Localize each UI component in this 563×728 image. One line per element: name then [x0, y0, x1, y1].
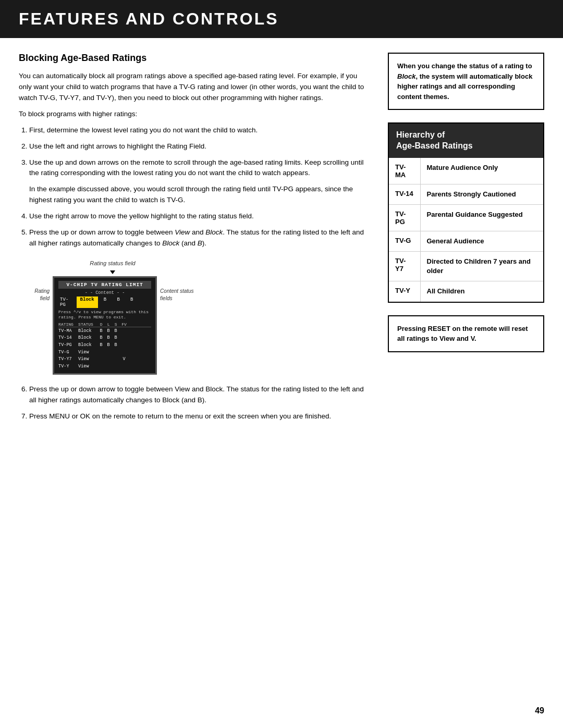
section-title: Blocking Age-Based Ratings	[19, 53, 371, 64]
tv-table-header: RATING STATUS D L S FV	[58, 322, 151, 327]
col-header-d: D	[98, 322, 104, 327]
reset-box: Pressing RESET on the remote will reset …	[388, 315, 544, 352]
tv-highlight-rating: TV-PG	[58, 297, 75, 308]
steps-list-3: Press the up or down arrow to toggle bet…	[29, 384, 371, 422]
left-column: Blocking Age-Based Ratings You can autom…	[19, 53, 388, 427]
hierarchy-desc-tvy: All Children	[420, 281, 543, 302]
hierarchy-title-line1: Hierarchy of	[396, 130, 445, 139]
hierarchy-row-tvy7: TV-Y7 Directed to Children 7 years and o…	[389, 251, 543, 281]
info-box-text: When you change the status of a rating t…	[397, 61, 535, 102]
tv-highlight-s: B	[126, 297, 138, 308]
hierarchy-desc-tvma: Mature Audience Only	[420, 158, 543, 184]
rating-status-arrow: Rating status field	[29, 258, 196, 267]
hierarchy-box: Hierarchy of Age-Based Ratings TV-MA Mat…	[388, 122, 544, 303]
right-column: When you change the status of a rating t…	[388, 53, 544, 427]
col-header-l: L	[105, 322, 112, 327]
page-title: FEATURES AND CONTROLS	[19, 9, 544, 29]
hierarchy-code-tvma: TV-MA	[389, 158, 420, 184]
main-content: Blocking Age-Based Ratings You can autom…	[0, 53, 563, 427]
page-header: FEATURES AND CONTROLS	[0, 0, 563, 38]
tv-screen: V-CHIP TV RATING LIMIT - - Content - - T…	[53, 276, 157, 375]
tv-row-tvy7: TV-Y7 View V	[58, 356, 151, 363]
tv-content-header: - - Content - -	[58, 290, 151, 295]
hierarchy-code-tvg: TV-G	[389, 231, 420, 251]
hierarchy-row-tvg: TV-G General Audience	[389, 231, 543, 251]
hierarchy-row-tv14: TV-14 Parents Strongly Cautioned	[389, 184, 543, 204]
step-3: Use the up and down arrows on the remote…	[29, 157, 371, 179]
step-4: Use the right arrow to move the yellow h…	[29, 211, 371, 222]
tv-highlight-fv	[139, 297, 152, 308]
hierarchy-title-line2: Age-Based Ratings	[396, 141, 473, 150]
tv-help-text: Press ^/v to view programs with this rat…	[58, 310, 151, 320]
hierarchy-desc-tvg: General Audience	[420, 231, 543, 251]
hierarchy-table: TV-MA Mature Audience Only TV-14 Parents…	[389, 158, 543, 302]
col-header-rating: RATING	[58, 322, 77, 327]
rating-status-label: Rating status field	[90, 260, 135, 266]
intro-text: You can automatically block all program …	[19, 71, 371, 104]
hierarchy-row-tvpg: TV-PG Parental Guidance Suggested	[389, 204, 543, 231]
screen-diagram: Rating status field Ratingfield V-CHIP T…	[29, 258, 196, 375]
tv-highlight-status: Block	[77, 297, 98, 308]
tv-row-tv14: TV-14 Block B B B	[58, 335, 151, 342]
hierarchy-code-tvy7: TV-Y7	[389, 251, 420, 281]
tv-row-tvpg: TV-PG Block B B B	[58, 342, 151, 349]
hierarchy-desc-tvy7: Directed to Children 7 years and older	[420, 251, 543, 281]
hierarchy-code-tvy: TV-Y	[389, 281, 420, 302]
tv-row-tvy: TV-Y View	[58, 363, 151, 371]
step-7: Press MENU or OK on the remote to return…	[29, 411, 371, 422]
hierarchy-row-tvy: TV-Y All Children	[389, 281, 543, 302]
tv-title: V-CHIP TV RATING LIMIT	[58, 281, 151, 289]
step-1: First, determine the lowest level rating…	[29, 125, 371, 136]
hierarchy-code-tv14: TV-14	[389, 184, 420, 204]
down-arrow-indicator	[29, 267, 196, 276]
col-header-fv: FV	[120, 322, 128, 327]
page-number: 49	[535, 706, 544, 715]
steps-list: First, determine the lowest level rating…	[29, 125, 371, 179]
tv-highlight-d: B	[99, 297, 112, 308]
info-box: When you change the status of a rating t…	[388, 53, 544, 110]
step-4-text: In the example discussed above, you woul…	[29, 184, 371, 206]
col-header-s: S	[113, 322, 119, 327]
col-header-status: STATUS	[78, 322, 97, 327]
screen-wrapper: Ratingfield V-CHIP TV RATING LIMIT - - C…	[29, 276, 196, 375]
reset-box-text: Pressing RESET on the remote will reset …	[397, 324, 535, 344]
to-block-text: To block programs with higher ratings:	[19, 109, 371, 120]
step-6: Press the up or down arrow to toggle bet…	[29, 384, 371, 406]
tv-highlighted-row: TV-PG Block B B B	[58, 297, 151, 308]
rating-field-label: Ratingfield	[29, 276, 53, 302]
steps-list-2: Use the right arrow to move the yellow h…	[29, 211, 371, 249]
hierarchy-desc-tvpg: Parental Guidance Suggested	[420, 204, 543, 231]
content-status-label: Content statusfields	[157, 276, 196, 302]
hierarchy-desc-tv14: Parents Strongly Cautioned	[420, 184, 543, 204]
step-2: Use the left and right arrows to highlig…	[29, 141, 371, 152]
tv-row-tvg: TV-G View	[58, 349, 151, 356]
down-arrow-icon	[110, 270, 115, 274]
hierarchy-row-tvma: TV-MA Mature Audience Only	[389, 158, 543, 184]
hierarchy-header: Hierarchy of Age-Based Ratings	[389, 124, 543, 158]
tv-row-tvma: TV-MA Block B B B	[58, 328, 151, 335]
step-5: Press the up or down arrow to toggle bet…	[29, 227, 371, 249]
hierarchy-code-tvpg: TV-PG	[389, 204, 420, 231]
tv-highlight-l: B	[112, 297, 125, 308]
